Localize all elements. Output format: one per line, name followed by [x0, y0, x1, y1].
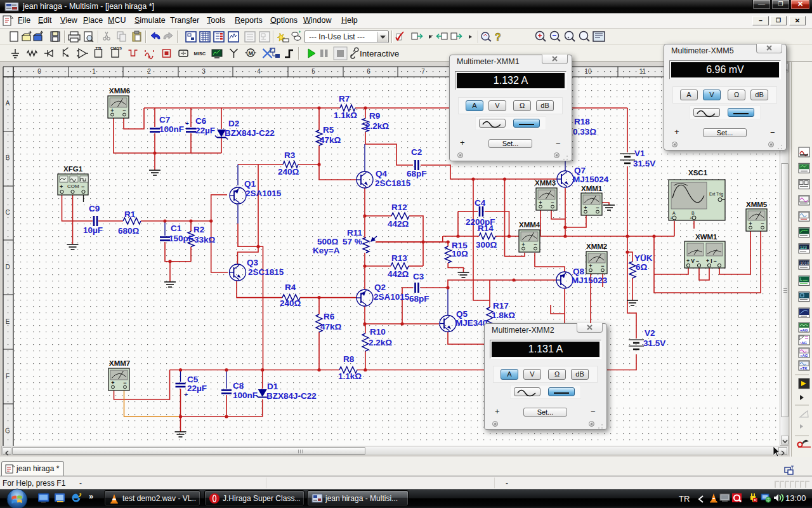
- svg-text:5: 5: [311, 68, 315, 75]
- svg-text:XMM6: XMM6: [109, 87, 130, 95]
- svg-text:1.8kΩ: 1.8kΩ: [492, 311, 515, 320]
- svg-text:C1: C1: [171, 224, 182, 233]
- svg-text:A: A: [6, 100, 10, 107]
- svg-text:+AG: +AG: [800, 354, 808, 358]
- svg-text:XMM1: XMM1: [581, 185, 603, 192]
- svg-text:Q3: Q3: [247, 258, 259, 267]
- svg-text:Ext Trig: Ext Trig: [709, 192, 723, 197]
- svg-text:R9: R9: [369, 111, 380, 121]
- svg-text:+ V −: + V −: [686, 258, 699, 264]
- svg-text:Interactive: Interactive: [360, 49, 399, 58]
- svg-text:1.1kΩ: 1.1kΩ: [334, 110, 357, 120]
- svg-text:0: 0: [37, 68, 41, 75]
- svg-text:22µF: 22µF: [187, 384, 207, 393]
- svg-text:150pF: 150pF: [169, 234, 193, 243]
- svg-text:C3: C3: [413, 272, 424, 281]
- svg-text:R11: R11: [347, 228, 363, 237]
- svg-text:Key=A: Key=A: [313, 246, 340, 255]
- svg-text:+: +: [690, 216, 692, 220]
- svg-text:2: 2: [147, 68, 151, 75]
- svg-text:+: +: [60, 184, 63, 190]
- svg-text:MJ15024: MJ15024: [573, 175, 609, 184]
- svg-text:2SC1815: 2SC1815: [248, 267, 284, 277]
- svg-text:68pF: 68pF: [409, 294, 429, 304]
- svg-text:−: −: [123, 380, 126, 386]
- svg-text:−: −: [761, 220, 764, 227]
- svg-text:R17: R17: [493, 301, 509, 311]
- svg-text:+: +: [521, 241, 525, 248]
- svg-text:F: F: [6, 373, 10, 380]
- svg-text:10: 10: [584, 68, 592, 75]
- svg-text:C2: C2: [411, 147, 422, 157]
- svg-text:BZX84J-C22: BZX84J-C22: [225, 128, 275, 138]
- svg-text:+: +: [111, 380, 114, 386]
- svg-text:3: 3: [202, 68, 206, 75]
- svg-text:MJ15023: MJ15023: [572, 276, 608, 285]
- svg-text:XMM3: XMM3: [535, 179, 556, 187]
- svg-text:240Ω: 240Ω: [278, 167, 299, 177]
- svg-text:MISC: MISC: [194, 51, 206, 57]
- svg-text::AG: :AG: [800, 341, 807, 345]
- svg-text:R2: R2: [193, 225, 204, 234]
- svg-text:+ I −: + I −: [706, 258, 717, 264]
- svg-text:YÜK: YÜK: [634, 253, 653, 263]
- svg-text:68pF: 68pF: [407, 169, 427, 178]
- svg-text:47kΩ: 47kΩ: [320, 322, 342, 331]
- svg-text:D1: D1: [267, 382, 278, 391]
- svg-text:C: C: [5, 209, 10, 216]
- svg-text:XMM5: XMM5: [746, 201, 768, 208]
- svg-text:MJE340: MJE340: [455, 318, 487, 328]
- svg-text:XMM2: XMM2: [586, 243, 607, 250]
- svg-text:R12: R12: [391, 203, 407, 212]
- svg-text:L: L: [800, 277, 802, 281]
- svg-text:500Ω: 500Ω: [317, 237, 339, 246]
- svg-text:680Ω: 680Ω: [118, 226, 140, 236]
- svg-text:−: −: [596, 204, 599, 211]
- svg-text:BZX84J-C22: BZX84J-C22: [266, 391, 317, 401]
- svg-text:240Ω: 240Ω: [280, 298, 301, 308]
- svg-text:2.2kΩ: 2.2kΩ: [365, 121, 389, 131]
- svg-text:R14: R14: [478, 224, 494, 233]
- svg-text:6: 6: [367, 68, 370, 75]
- svg-text:C8: C8: [233, 381, 244, 391]
- svg-text:7: 7: [421, 68, 425, 75]
- svg-text:+: +: [589, 263, 592, 269]
- svg-text:Q1: Q1: [244, 179, 256, 189]
- svg-text:4: 4: [257, 68, 261, 75]
- svg-text:C4: C4: [475, 198, 486, 208]
- svg-text:2SC1815: 2SC1815: [375, 178, 411, 188]
- svg-text:R8: R8: [343, 354, 355, 364]
- svg-text:R3: R3: [284, 150, 296, 160]
- svg-text:11: 11: [639, 68, 646, 75]
- svg-text:R13: R13: [391, 253, 407, 263]
- svg-text:300Ω: 300Ω: [476, 240, 497, 250]
- svg-text:R18: R18: [574, 117, 590, 126]
- svg-text:100nF: 100nF: [159, 124, 184, 134]
- svg-text:C9: C9: [89, 204, 100, 213]
- svg-text:COM: COM: [67, 184, 79, 189]
- svg-text:XSC1: XSC1: [688, 169, 708, 177]
- svg-text:10µF: 10µF: [83, 225, 103, 235]
- svg-text:1010: 1010: [800, 261, 809, 265]
- svg-text:0.33Ω: 0.33Ω: [573, 127, 596, 137]
- svg-text:R4: R4: [285, 283, 296, 292]
- svg-text:B: B: [691, 211, 695, 215]
- svg-text:+: +: [110, 107, 114, 114]
- svg-text:R10: R10: [370, 327, 386, 337]
- svg-text:33kΩ: 33kΩ: [194, 235, 216, 244]
- svg-text:M: M: [249, 50, 254, 57]
- svg-text:R1: R1: [124, 210, 136, 219]
- svg-text:?: ?: [495, 32, 501, 43]
- svg-text:C7: C7: [159, 115, 170, 124]
- svg-text:Q2: Q2: [374, 283, 386, 292]
- svg-text:2SA1015: 2SA1015: [374, 292, 410, 302]
- svg-text:−: −: [534, 241, 537, 248]
- svg-text:Q4: Q4: [376, 169, 388, 178]
- svg-text:R6: R6: [324, 312, 335, 321]
- svg-text:1: 1: [92, 68, 96, 75]
- svg-text:10Ω: 10Ω: [452, 249, 468, 258]
- svg-text:v: v: [148, 55, 150, 59]
- svg-text:31.5V: 31.5V: [633, 159, 655, 168]
- svg-text:−: −: [81, 184, 84, 190]
- svg-text:R7: R7: [339, 94, 350, 104]
